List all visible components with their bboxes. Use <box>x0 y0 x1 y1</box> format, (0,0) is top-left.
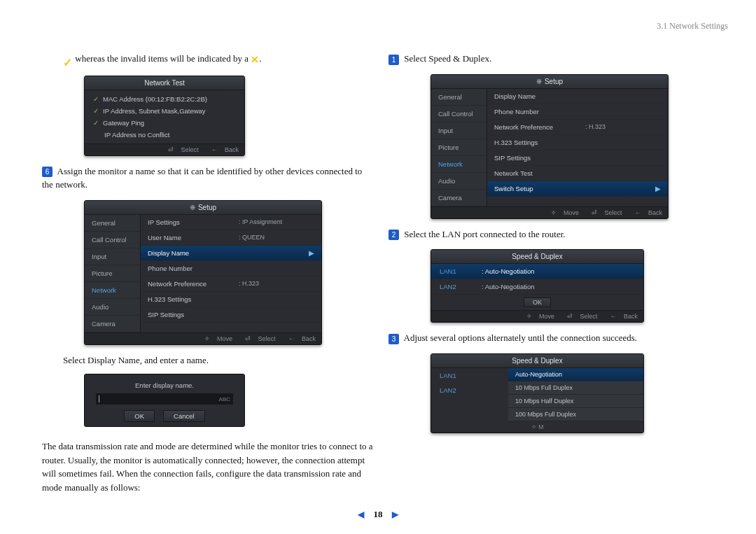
step-num-1: 1 <box>388 55 399 65</box>
sidebar-item-network[interactable]: Network <box>85 282 140 299</box>
sidebar-item[interactable]: Call Control <box>85 232 140 248</box>
setup-row[interactable]: H.323 Settings <box>141 292 321 307</box>
nt-item: ✓MAC Address (00:12:FB:B2:2C:2B) <box>85 93 244 105</box>
intro-line: whereas the invalid items will be indica… <box>63 52 374 67</box>
right-column: 1 Select Speed & Duplex. Setup General C… <box>410 49 721 497</box>
dropdown-item[interactable]: 10 Mbps Half Duplex <box>508 395 643 408</box>
speed-duplex-dropdown-panel: Speed & Duplex LAN1 LAN2 Auto-Negotiatio… <box>430 353 644 433</box>
setup-main: IP Settings: IP Assignment User Name: QU… <box>141 215 321 332</box>
nt-item: IP Address no Conflict <box>85 129 244 141</box>
dropdown-item[interactable]: 10 Mbps Full Duplex <box>508 381 643 395</box>
sidebar-item[interactable]: Picture <box>85 265 140 282</box>
dropdown-item[interactable]: Auto-Negotiation <box>508 368 643 381</box>
step-2-text: Select the LAN port connected to the rou… <box>404 229 565 239</box>
setup-row-switch-setup[interactable]: Switch Setup▶ <box>487 181 668 197</box>
intro-text-a: whereas the invalid items will be indica… <box>75 53 248 64</box>
panel-footer: ✧Move ⏎Select ←Back <box>85 332 321 344</box>
cancel-button[interactable]: Cancel <box>163 410 205 422</box>
sidebar-item[interactable]: Camera <box>85 316 140 332</box>
step-6-text: Assign the monitor a name so that it can… <box>42 166 362 190</box>
setup-row[interactable]: Network Preference: H.323 <box>141 276 321 292</box>
panel-footer: ⏎Select ←Back <box>85 143 244 155</box>
setup-sidebar: General Call Control Input Picture Netwo… <box>431 89 487 206</box>
sidebar-item[interactable]: Camera <box>431 190 486 206</box>
sidebar-item-network[interactable]: Network <box>431 156 486 173</box>
sidebar-item[interactable]: Input <box>431 122 486 139</box>
setup-panel-2: Setup General Call Control Input Picture… <box>430 74 668 219</box>
panel-title: Setup <box>85 201 321 215</box>
setup-row[interactable]: Network Preference: H.323 <box>487 120 668 135</box>
panel-title: Speed & Duplex <box>431 250 643 264</box>
lan-row[interactable]: LAN2: Auto-Negotiation <box>431 279 643 295</box>
setup-row[interactable]: Phone Number <box>487 104 668 120</box>
setup-row[interactable]: User Name: QUEEN <box>141 230 321 246</box>
prev-page-icon[interactable]: ◀ <box>358 510 364 519</box>
ok-button[interactable]: OK <box>124 410 155 422</box>
panel-title: Speed & Duplex <box>431 354 643 368</box>
section-header: 3.1 Network Settings <box>657 21 728 31</box>
check-icon <box>63 55 73 64</box>
lan2-label: LAN2 <box>431 383 487 398</box>
next-page-icon[interactable]: ▶ <box>392 510 398 519</box>
setup-sidebar: General Call Control Input Picture Netwo… <box>85 215 141 332</box>
sidebar-item[interactable]: General <box>85 215 140 232</box>
step-1: 1 Select Speed & Duplex. <box>388 52 721 66</box>
sidebar-item[interactable]: General <box>431 89 486 106</box>
setup-row[interactable]: SIP Settings <box>487 150 668 166</box>
panel-title: Network Test <box>85 76 244 90</box>
step-num-2: 2 <box>388 230 399 240</box>
page-nav: ◀ 18 ▶ <box>0 509 756 520</box>
dropdown-item[interactable]: 100 Mbps Full Duplex <box>508 408 643 421</box>
sidebar-item[interactable]: Audio <box>85 299 140 316</box>
setup-row[interactable]: H.323 Settings <box>487 135 668 150</box>
panel-footer: ✧Move ⏎Select ←Back <box>431 310 643 322</box>
lan1-label: LAN1 <box>431 368 487 383</box>
cross-icon <box>251 52 259 67</box>
nt-item: ✓Gateway Ping <box>85 117 244 129</box>
setup-row-display-name[interactable]: Display Name▶ <box>141 246 321 261</box>
step-num-6: 6 <box>42 167 52 177</box>
intro-text-b: . <box>259 53 261 64</box>
setup-row[interactable]: IP Settings: IP Assignment <box>141 215 321 230</box>
step-6: 6 Assign the monitor a name so that it c… <box>42 164 374 192</box>
chevron-right-icon: ▶ <box>655 185 661 192</box>
page-number: 18 <box>374 509 383 519</box>
nt-item: ✓IP Address, Subnet Mask,Gateway <box>85 105 244 117</box>
panel-footer: ✧Move ⏎Select ←Back <box>431 206 668 218</box>
dialog-msg: Enter display name. <box>85 374 244 393</box>
input-mode-label: ABC <box>219 396 230 402</box>
step-num-3: 3 <box>388 334 399 344</box>
ok-button[interactable]: OK <box>524 297 551 307</box>
step-1-text: Select Speed & Duplex. <box>404 53 491 64</box>
setup-row[interactable]: Network Test <box>487 166 668 181</box>
chevron-right-icon: ▶ <box>309 249 314 257</box>
gear-icon <box>536 78 545 85</box>
select-dn-text: Select Display Name, and enter a name. <box>63 353 374 367</box>
paragraph: The data transmission rate and mode are … <box>42 440 374 494</box>
setup-panel-1: Setup General Call Control Input Picture… <box>84 200 322 345</box>
lan-row[interactable]: LAN1: Auto-Negotiation <box>431 264 643 279</box>
step-2: 2 Select the LAN port connected to the r… <box>388 227 721 241</box>
dropdown-menu[interactable]: Auto-Negotiation 10 Mbps Full Duplex 10 … <box>508 368 643 421</box>
speed-duplex-panel: Speed & Duplex LAN1: Auto-Negotiation LA… <box>430 249 644 323</box>
panel-footer: ✧ M <box>431 421 643 433</box>
sidebar-item[interactable]: Input <box>85 248 140 265</box>
setup-row[interactable]: Phone Number <box>141 261 321 276</box>
sidebar-item[interactable]: Audio <box>431 173 486 190</box>
gear-icon <box>190 204 198 211</box>
display-name-dialog: Enter display name. ABC OK Cancel <box>84 374 245 427</box>
setup-row[interactable]: Display Name <box>487 89 668 104</box>
step-3: 3 Adjust several options alternately unt… <box>388 331 721 345</box>
left-column: whereas the invalid items will be indica… <box>63 49 374 497</box>
display-name-input[interactable]: ABC <box>96 393 233 405</box>
step-3-text: Adjust several options alternately until… <box>404 332 638 343</box>
setup-row[interactable]: SIP Settings <box>141 307 321 323</box>
network-test-panel: Network Test ✓MAC Address (00:12:FB:B2:2… <box>84 76 245 156</box>
sidebar-item[interactable]: Picture <box>431 139 486 156</box>
sidebar-item[interactable]: Call Control <box>431 106 486 122</box>
